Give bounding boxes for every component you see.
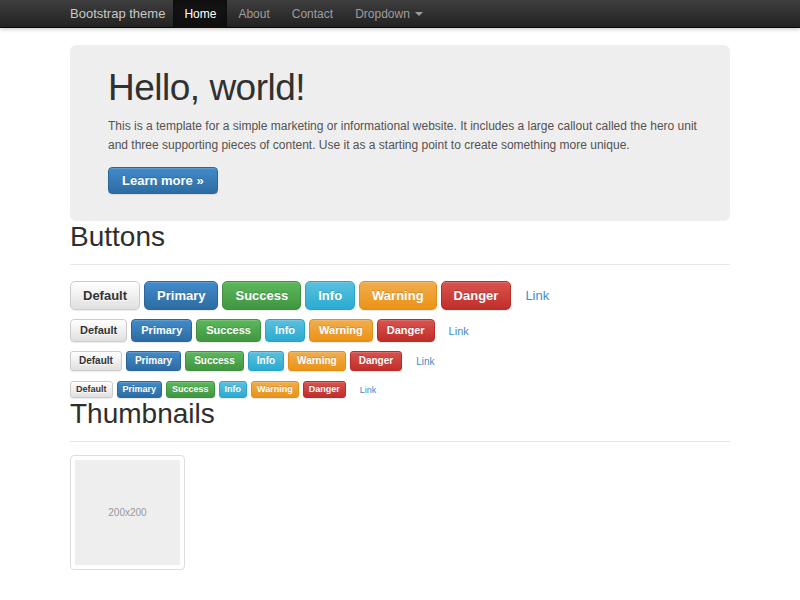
button-default-md[interactable]: Default — [70, 319, 127, 342]
thumbnail: 200x200 — [70, 455, 185, 570]
thumbnails-section-title: Thumbnails — [70, 398, 730, 442]
caret-down-icon — [415, 12, 423, 16]
button-success-lg[interactable]: Success — [222, 281, 301, 310]
learn-more-button[interactable]: Learn more » — [108, 167, 218, 194]
button-default-lg[interactable]: Default — [70, 281, 140, 310]
button-link-lg[interactable]: Link — [525, 288, 549, 303]
button-info-xs[interactable]: Info — [219, 381, 248, 398]
button-info-md[interactable]: Info — [265, 319, 305, 342]
navbar-inner: Bootstrap theme Home About Contact Dropd… — [70, 0, 730, 28]
button-danger-xs[interactable]: Danger — [303, 381, 346, 398]
button-link-xs[interactable]: Link — [360, 385, 377, 395]
thumbnail-placeholder-image: 200x200 — [75, 460, 180, 565]
button-warning-lg[interactable]: Warning — [359, 281, 437, 310]
button-primary-sm[interactable]: Primary — [126, 351, 181, 371]
hero-unit: Hello, world! This is a template for a s… — [70, 45, 730, 221]
button-primary-md[interactable]: Primary — [131, 319, 192, 342]
buttons-section-title: Buttons — [70, 221, 730, 265]
nav-item-dropdown-label: Dropdown — [355, 0, 410, 28]
nav-item-about[interactable]: About — [227, 0, 280, 28]
button-danger-md[interactable]: Danger — [377, 319, 435, 342]
button-link-md[interactable]: Link — [449, 325, 469, 337]
button-row-xsmall: DefaultPrimarySuccessInfoWarningDangerLi… — [70, 381, 730, 398]
navbar-brand[interactable]: Bootstrap theme — [70, 0, 165, 28]
button-info-sm[interactable]: Info — [248, 351, 284, 371]
hero-description: This is a template for a simple marketin… — [108, 117, 700, 155]
nav-item-home[interactable]: Home — [173, 0, 227, 28]
button-default-xs[interactable]: Default — [70, 381, 113, 398]
button-primary-lg[interactable]: Primary — [144, 281, 218, 310]
button-success-xs[interactable]: Success — [166, 381, 215, 398]
thumbnail-row: 200x200 — [70, 455, 730, 570]
nav-item-contact[interactable]: Contact — [281, 0, 344, 28]
button-primary-xs[interactable]: Primary — [117, 381, 163, 398]
button-warning-xs[interactable]: Warning — [251, 381, 299, 398]
main-container: Hello, world! This is a template for a s… — [70, 45, 730, 570]
button-row-default: DefaultPrimarySuccessInfoWarningDangerLi… — [70, 319, 730, 342]
button-danger-lg[interactable]: Danger — [441, 281, 512, 310]
button-danger-sm[interactable]: Danger — [350, 351, 402, 371]
button-default-sm[interactable]: Default — [70, 351, 122, 371]
button-success-md[interactable]: Success — [196, 319, 261, 342]
button-link-sm[interactable]: Link — [416, 356, 434, 367]
hero-title: Hello, world! — [108, 67, 700, 108]
nav-item-dropdown[interactable]: Dropdown — [344, 0, 434, 28]
button-info-lg[interactable]: Info — [305, 281, 355, 310]
button-row-large: DefaultPrimarySuccessInfoWarningDangerLi… — [70, 281, 730, 310]
button-warning-md[interactable]: Warning — [309, 319, 373, 342]
navbar: Bootstrap theme Home About Contact Dropd… — [0, 0, 800, 28]
button-row-small: DefaultPrimarySuccessInfoWarningDangerLi… — [70, 351, 730, 371]
button-success-sm[interactable]: Success — [185, 351, 244, 371]
button-warning-sm[interactable]: Warning — [288, 351, 346, 371]
